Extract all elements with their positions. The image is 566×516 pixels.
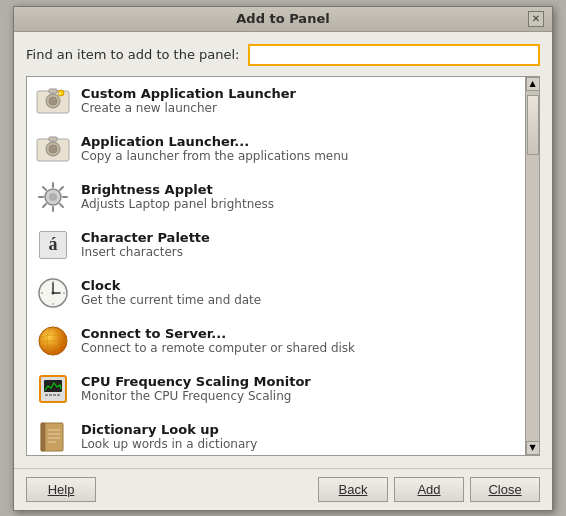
scroll-up-arrow[interactable]: ▲ [526,77,540,91]
dialog-buttons: Help Back Add Close [14,468,552,510]
svg-text:+: + [57,90,61,96]
search-row: Find an item to add to the panel: [26,44,540,66]
svg-rect-3 [49,89,57,93]
item-text: Dictionary Look up Look up words in a di… [81,422,517,451]
svg-point-2 [49,97,57,105]
svg-rect-9 [49,137,57,141]
item-text: Application Launcher... Copy a launcher … [81,134,517,163]
scroll-thumb[interactable] [527,95,539,155]
item-desc: Adjusts Laptop panel brightness [81,197,517,211]
list-item[interactable]: á Character Palette Insert characters [27,221,525,269]
scrollbar[interactable]: ▲ ▼ [525,77,539,455]
item-text: CPU Frequency Scaling Monitor Monitor th… [81,374,517,403]
item-icon [35,131,71,167]
item-text: Connect to Server... Connect to a remote… [81,326,517,355]
item-text: Character Palette Insert characters [81,230,517,259]
svg-line-18 [60,187,63,190]
list-item[interactable]: Dictionary Look up Look up words in a di… [27,413,525,455]
item-icon: + [35,83,71,119]
list-item[interactable]: Clock Get the current time and date [27,269,525,317]
item-name: Dictionary Look up [81,422,517,437]
item-desc: Look up words in a dictionary [81,437,517,451]
item-desc: Get the current time and date [81,293,517,307]
list-item[interactable]: CPU Frequency Scaling Monitor Monitor th… [27,365,525,413]
svg-line-16 [43,187,46,190]
item-icon [35,371,71,407]
titlebar: Add to Panel ✕ [14,7,552,32]
item-name: Application Launcher... [81,134,517,149]
svg-rect-39 [41,423,45,451]
item-name: Clock [81,278,517,293]
scroll-down-arrow[interactable]: ▼ [526,441,540,455]
help-button[interactable]: Help [26,477,96,502]
svg-rect-37 [57,394,60,396]
search-input[interactable] [248,44,541,66]
item-icon [35,419,71,455]
item-text: Clock Get the current time and date [81,278,517,307]
items-list: + Custom Application Launcher Create a n… [27,77,525,455]
left-buttons: Help [26,477,96,502]
item-desc: Insert characters [81,245,517,259]
svg-line-19 [43,204,46,207]
close-button[interactable]: Close [470,477,540,502]
item-name: Brightness Applet [81,182,517,197]
item-name: Character Palette [81,230,517,245]
scroll-track [526,91,539,441]
svg-line-17 [60,204,63,207]
item-name: Connect to Server... [81,326,517,341]
svg-point-11 [49,193,57,201]
list-item[interactable]: Application Launcher... Copy a launcher … [27,125,525,173]
svg-rect-35 [49,394,52,396]
list-item[interactable]: Connect to Server... Connect to a remote… [27,317,525,365]
search-label: Find an item to add to the panel: [26,47,240,62]
item-icon [35,179,71,215]
svg-rect-34 [45,394,48,396]
list-item[interactable]: + Custom Application Launcher Create a n… [27,77,525,125]
item-name: Custom Application Launcher [81,86,517,101]
item-desc: Copy a launcher from the applications me… [81,149,517,163]
add-to-panel-dialog: Add to Panel ✕ Find an item to add to th… [13,6,553,511]
char-palette-icon: á [39,231,67,259]
item-text: Brightness Applet Adjusts Laptop panel b… [81,182,517,211]
svg-rect-36 [53,394,56,396]
item-desc: Monitor the CPU Frequency Scaling [81,389,517,403]
svg-point-8 [49,145,57,153]
list-container: + Custom Application Launcher Create a n… [26,76,540,456]
close-icon[interactable]: ✕ [528,11,544,27]
item-name: CPU Frequency Scaling Monitor [81,374,517,389]
item-icon [35,323,71,359]
item-icon: á [35,227,71,263]
dialog-content: Find an item to add to the panel: + [14,32,552,468]
dialog-title: Add to Panel [38,11,528,26]
list-item[interactable]: Brightness Applet Adjusts Laptop panel b… [27,173,525,221]
item-desc: Create a new launcher [81,101,517,115]
add-button[interactable]: Add [394,477,464,502]
item-text: Custom Application Launcher Create a new… [81,86,517,115]
item-desc: Connect to a remote computer or shared d… [81,341,517,355]
item-icon [35,275,71,311]
back-button[interactable]: Back [318,477,388,502]
right-buttons: Back Add Close [318,477,540,502]
